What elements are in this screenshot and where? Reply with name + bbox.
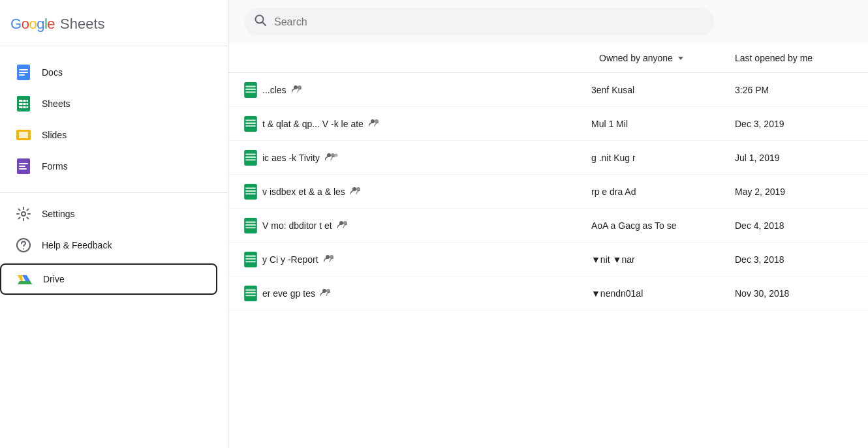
row-owner-cell: ▼nendn01al [591,288,735,299]
table-row[interactable]: t & qlat & qp... V -k le ate Mul 1 Mil D… [228,107,868,141]
row-name-text: y Ci y -Report [262,254,318,265]
row-name-cell: ic aes -k Tivity [244,150,591,166]
row-owner-cell: AoA a Gacg as To se [591,220,735,231]
help-icon [16,237,31,253]
svg-rect-14 [19,166,25,167]
file-icon [244,218,257,233]
svg-rect-62 [245,289,255,290]
svg-rect-32 [245,122,255,123]
sidebar-item-docs[interactable]: Docs [0,57,217,88]
svg-rect-11 [19,132,28,138]
forms-icon [16,158,31,174]
table-row[interactable]: v isdbex et & a & les rp e dra Ad May 2,… [228,175,868,209]
row-owner-cell: 3enf Kusal [591,85,735,95]
sidebar-docs-label: Docs [42,67,63,78]
file-icon [244,82,257,98]
svg-rect-26 [245,88,255,89]
row-name-cell: t & qlat & qp... V -k le ate [244,116,591,132]
shared-people-icon [292,84,303,96]
shared-people-icon [337,220,349,231]
row-date-cell: Nov 30, 2018 [735,288,852,299]
sidebar-divider-top [0,46,228,46]
table-row[interactable]: ic aes -k Tivity g .nit Kug r Jul 1, 201… [228,141,868,175]
svg-rect-2 [19,72,28,73]
row-name-text: V mo: dbditor t et [262,220,332,231]
google-g-letter: G [10,16,22,33]
table-row[interactable]: er eve gp tes ▼nendn01al Nov 30, 2018 [228,276,868,310]
sidebar-nav: Docs Sheets [0,52,228,187]
svg-rect-33 [245,125,255,127]
file-icon [244,286,257,301]
sidebar-forms-label: Forms [42,161,68,172]
table-row[interactable]: V mo: dbditor t et AoA a Gacg as To se D… [228,209,868,243]
svg-rect-13 [19,163,28,164]
sidebar-item-slides[interactable]: Slides [0,119,217,151]
svg-rect-51 [245,224,255,225]
svg-rect-3 [19,74,25,76]
svg-rect-46 [245,193,255,194]
svg-rect-52 [245,227,255,228]
svg-rect-50 [245,221,255,222]
sidebar-item-drive[interactable]: Drive [0,263,217,295]
shared-people-icon [325,152,338,164]
sidebar-settings-label: Settings [42,209,75,219]
owner-filter-label: Owned by anyone [599,53,673,63]
svg-rect-45 [245,190,255,191]
sidebar-item-sheets[interactable]: Sheets [0,88,217,119]
sidebar: Google Sheets Docs [0,0,228,448]
google-logo: Google [10,16,55,33]
row-owner-cell: Mul 1 Mil [591,119,735,129]
sidebar-divider-mid [0,192,228,193]
svg-rect-31 [245,119,255,121]
search-input[interactable] [274,16,704,28]
svg-rect-5 [19,100,28,102]
shared-people-icon [320,288,332,299]
table-row[interactable]: y Ci y -Report ▼nit ▼nar Dec 3, 2018 [228,243,868,276]
row-name-text: ic aes -k Tivity [262,153,320,163]
svg-rect-56 [245,255,255,256]
sidebar-item-forms[interactable]: Forms [0,151,217,182]
row-date-cell: Dec 3, 2019 [735,119,852,129]
google-o2-letter: o [29,16,37,33]
owner-filter-button[interactable]: Owned by anyone [591,49,691,67]
svg-rect-63 [245,291,255,293]
shared-people-icon [350,186,362,198]
google-g2-letter: g [37,16,44,33]
slides-icon [16,127,31,143]
row-name-cell: V mo: dbditor t et [244,218,591,233]
logo-area: Google Sheets [0,10,228,46]
row-name-cell: ...cles [244,82,591,98]
svg-rect-37 [245,153,255,155]
file-icon [244,252,257,267]
svg-rect-38 [245,156,255,157]
table-row[interactable]: ...cles 3enf Kusal 3:26 PM [228,73,868,107]
svg-rect-44 [245,187,255,188]
svg-rect-15 [19,168,27,170]
file-icon [244,116,257,132]
sidebar-item-settings[interactable]: Settings [0,198,217,230]
row-date-cell: May 2, 2019 [735,187,852,197]
product-name: Sheets [60,16,105,33]
row-date-cell: 3:26 PM [735,85,852,95]
row-name-text: ...cles [262,85,287,95]
row-name-cell: y Ci y -Report [244,252,591,267]
row-date-cell: Jul 1, 2019 [735,153,852,163]
sidebar-drive-label: Drive [43,274,65,284]
svg-rect-64 [245,295,255,296]
col-owner-header: Owned by anyone [591,49,735,67]
svg-point-16 [22,212,25,216]
col-lastopened-header: Last opened by me [735,53,852,63]
sidebar-help-label: Help & Feedback [42,240,112,250]
shared-people-icon [324,254,335,265]
sidebar-item-help[interactable]: Help & Feedback [0,230,217,261]
row-owner-cell: ▼nit ▼nar [591,254,735,265]
svg-line-23 [262,22,266,25]
google-e-letter: e [47,16,55,33]
row-date-cell: Dec 3, 2018 [735,254,852,265]
sidebar-slides-label: Slides [42,130,67,140]
settings-icon [16,206,31,222]
svg-rect-1 [19,69,28,70]
table-header: Owned by anyone Last opened by me [228,44,868,73]
row-date-cell: Dec 4, 2018 [735,220,852,231]
last-opened-label: Last opened by me [735,53,813,63]
